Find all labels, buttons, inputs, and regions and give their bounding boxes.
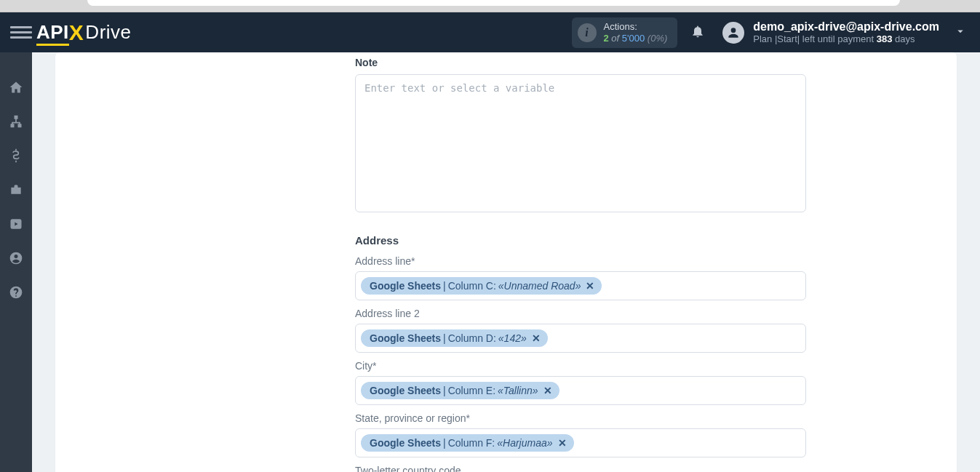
field-label-3: State, province or region* xyxy=(355,412,806,424)
field-label-0: Address line* xyxy=(355,255,806,267)
state-input[interactable]: Google Sheets | Column F: «Harjumaa» ✕ xyxy=(355,428,806,457)
note-label: Note xyxy=(355,57,806,68)
variable-pill[interactable]: Google Sheets | Column F: «Harjumaa» ✕ xyxy=(361,434,574,452)
actions-used: 2 xyxy=(604,33,609,44)
browser-url-bar xyxy=(87,0,900,6)
browser-top-bar xyxy=(0,0,980,12)
variable-pill[interactable]: Google Sheets | Column D: «142» ✕ xyxy=(361,329,548,347)
notifications-button[interactable] xyxy=(690,24,705,41)
content-area: Note Address Address line* Google Sheets… xyxy=(32,52,980,472)
avatar[interactable] xyxy=(722,22,744,44)
logo-drive: Drive xyxy=(85,21,131,44)
actions-text: Actions: 2 of 5'000 (0%) xyxy=(604,21,668,44)
remove-pill-icon[interactable]: ✕ xyxy=(558,437,567,449)
dollar-icon[interactable] xyxy=(9,148,23,163)
variable-pill[interactable]: Google Sheets | Column C: «Unnamed Road»… xyxy=(361,277,602,295)
address-line2-input[interactable]: Google Sheets | Column D: «142» ✕ xyxy=(355,324,806,353)
actions-label: Actions: xyxy=(604,21,668,33)
user-menu-chevron[interactable] xyxy=(954,25,967,41)
app-header: APIXDrive i Actions: 2 of 5'000 (0%) dem… xyxy=(0,12,980,52)
actions-total: 5'000 xyxy=(622,33,645,44)
remove-pill-icon[interactable]: ✕ xyxy=(532,332,541,344)
youtube-icon[interactable] xyxy=(9,217,23,231)
user-block[interactable]: demo_apix-drive@apix-drive.com Plan |Sta… xyxy=(753,20,939,45)
user-icon[interactable] xyxy=(9,251,23,265)
remove-pill-icon[interactable]: ✕ xyxy=(586,280,594,292)
svg-rect-2 xyxy=(18,124,20,127)
actions-counter[interactable]: i Actions: 2 of 5'000 (0%) xyxy=(572,17,678,48)
svg-rect-0 xyxy=(15,116,17,119)
side-nav xyxy=(0,52,32,472)
field-label-1: Address line 2 xyxy=(355,308,806,319)
actions-pct: (0%) xyxy=(648,33,667,44)
form-card: Note Address Address line* Google Sheets… xyxy=(55,52,957,472)
logo-x: X xyxy=(69,20,84,45)
help-icon[interactable] xyxy=(9,285,23,300)
info-icon: i xyxy=(578,23,597,42)
remove-pill-icon[interactable]: ✕ xyxy=(543,385,552,396)
note-input[interactable] xyxy=(355,74,806,212)
svg-rect-1 xyxy=(11,124,13,127)
logo[interactable]: APIXDrive xyxy=(36,19,132,46)
sitemap-icon[interactable] xyxy=(9,114,23,129)
form-column: Note Address Address line* Google Sheets… xyxy=(355,52,806,472)
address-line-input[interactable]: Google Sheets | Column C: «Unnamed Road»… xyxy=(355,271,806,300)
briefcase-icon[interactable] xyxy=(9,183,23,197)
field-label-4: Two-letter country code xyxy=(355,465,806,472)
address-section-label: Address xyxy=(355,234,806,247)
field-label-2: City* xyxy=(355,360,806,372)
home-icon[interactable] xyxy=(9,80,23,95)
user-plan: Plan |Start| left until payment 383 days xyxy=(753,33,939,45)
menu-toggle-button[interactable] xyxy=(10,26,32,39)
city-input[interactable]: Google Sheets | Column E: «Tallinn» ✕ xyxy=(355,376,806,405)
logo-api: API xyxy=(36,21,69,46)
user-email: demo_apix-drive@apix-drive.com xyxy=(753,20,939,33)
variable-pill[interactable]: Google Sheets | Column E: «Tallinn» ✕ xyxy=(361,382,559,399)
